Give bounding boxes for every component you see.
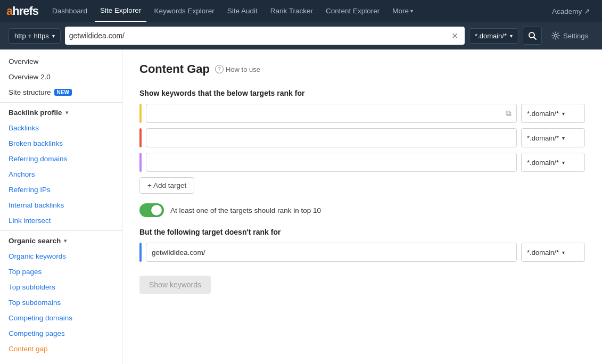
doesnt-rank-input[interactable] [146, 243, 517, 262]
show-keywords-button[interactable]: Show keywords [139, 276, 211, 294]
sidebar-item-anchors[interactable]: Anchors [0, 167, 122, 182]
nav-site-explorer[interactable]: Site Explorer [95, 0, 146, 22]
target-input-1-wrap: ⧉ [146, 104, 517, 123]
color-bar-3 [139, 153, 142, 172]
academy-button[interactable]: Academy ↗ [547, 0, 596, 22]
page-title-row: Content Gap ? How to use [139, 62, 585, 76]
nav-site-audit[interactable]: Site Audit [222, 0, 263, 22]
target-input-2[interactable] [146, 128, 517, 147]
target-mode-3[interactable]: *.domain/* ▾ [521, 153, 585, 172]
logo-a: a [6, 4, 12, 18]
backlink-profile-arrow-icon: ▾ [65, 110, 68, 115]
target-input-3-wrap [146, 153, 517, 172]
url-bar: http + https ▾ ✕ *.domain/* ▾ Settings [0, 22, 602, 49]
doesnt-rank-row: *.domain/* ▾ [139, 243, 585, 262]
target-input-1[interactable] [146, 104, 517, 123]
sidebar-divider-2 [0, 230, 122, 231]
color-bar-doesnt-rank [139, 243, 142, 262]
target-row-2: *.domain/* ▾ [139, 128, 585, 147]
show-keywords-label: Show keywords that the below targets ran… [139, 89, 585, 97]
logo[interactable]: ahrefs [6, 4, 38, 18]
sidebar-item-backlink-profile[interactable]: Backlink profile ▾ [0, 105, 122, 120]
toggle-knob [151, 205, 162, 216]
add-target-button[interactable]: + Add target [139, 177, 194, 194]
toggle-label: At least one of the targets should rank … [170, 206, 321, 214]
target-mode-3-chevron-icon: ▾ [562, 160, 565, 166]
sidebar-item-backlinks[interactable]: Backlinks [0, 120, 122, 136]
clear-url-button[interactable]: ✕ [449, 30, 460, 42]
target-row-1: ⧉ *.domain/* ▾ [139, 104, 585, 123]
toggle-row: At least one of the targets should rank … [139, 203, 585, 217]
logo-rest: hrefs [12, 4, 38, 18]
mode-selector[interactable]: *.domain/* ▾ [469, 28, 518, 44]
mode-chevron-icon: ▾ [510, 33, 513, 39]
sidebar-item-content-gap[interactable]: Content gap [0, 341, 122, 357]
help-icon: ? [215, 65, 224, 73]
sidebar-item-referring-domains[interactable]: Referring domains [0, 151, 122, 167]
sidebar-item-top-subdomains[interactable]: Top subdomains [0, 295, 122, 310]
doesnt-rank-input-wrap [146, 243, 517, 262]
target-mode-1[interactable]: *.domain/* ▾ [521, 104, 585, 123]
sidebar-item-overview[interactable]: Overview [0, 54, 122, 69]
nav-keywords-explorer[interactable]: Keywords Explorer [149, 0, 219, 22]
target-mode-2-chevron-icon: ▾ [562, 135, 565, 141]
doesnt-rank-mode-chevron-icon: ▾ [562, 250, 565, 255]
target-input-2-wrap [146, 128, 517, 147]
color-bar-2 [139, 128, 142, 147]
url-input[interactable] [69, 31, 449, 40]
target-mode-2[interactable]: *.domain/* ▾ [521, 128, 585, 147]
search-button[interactable] [523, 27, 542, 45]
top-nav: ahrefs Dashboard Site Explorer Keywords … [0, 0, 602, 22]
gear-icon [551, 31, 560, 40]
sidebar-item-site-structure[interactable]: Site structure New [0, 85, 122, 100]
sidebar-item-link-intersect[interactable]: Link intersect [0, 213, 122, 228]
svg-point-2 [555, 35, 557, 37]
nav-rank-tracker[interactable]: Rank Tracker [265, 0, 318, 22]
sidebar-item-top-pages[interactable]: Top pages [0, 264, 122, 279]
settings-button[interactable]: Settings [546, 28, 593, 43]
sidebar-item-competing-domains[interactable]: Competing domains [0, 310, 122, 326]
sidebar-item-organic-search[interactable]: Organic search ▾ [0, 233, 122, 249]
sidebar-item-internal-backlinks[interactable]: Internal backlinks [0, 197, 122, 213]
nav-more[interactable]: More ▾ [387, 0, 418, 22]
sidebar-divider-1 [0, 102, 122, 103]
nav-right: Academy ↗ [547, 0, 596, 22]
toggle-slider [139, 203, 164, 217]
content-area: Content Gap ? How to use Show keywords t… [122, 49, 602, 364]
nav-dashboard[interactable]: Dashboard [47, 0, 93, 22]
url-input-wrap: ✕ [65, 27, 465, 45]
main-layout: Overview Overview 2.0 Site structure New… [0, 49, 602, 364]
target-input-3[interactable] [146, 153, 517, 172]
sidebar-item-top-subfolders[interactable]: Top subfolders [0, 279, 122, 295]
doesnt-rank-label: But the following target doesn't rank fo… [139, 228, 585, 236]
rank-toggle[interactable] [139, 203, 164, 217]
new-badge: New [54, 89, 72, 96]
doesnt-rank-mode[interactable]: *.domain/* ▾ [521, 243, 585, 262]
search-icon [528, 31, 537, 40]
target-row-3: *.domain/* ▾ [139, 153, 585, 172]
how-to-use-link[interactable]: ? How to use [215, 65, 260, 73]
sidebar: Overview Overview 2.0 Site structure New… [0, 49, 122, 364]
target-mode-1-chevron-icon: ▾ [562, 111, 565, 117]
sidebar-item-competing-pages[interactable]: Competing pages [0, 326, 122, 341]
organic-search-arrow-icon: ▾ [64, 238, 67, 244]
sidebar-item-overview2[interactable]: Overview 2.0 [0, 69, 122, 85]
paste-icon-1[interactable]: ⧉ [506, 109, 512, 118]
protocol-selector[interactable]: http + https ▾ [9, 28, 61, 44]
svg-line-1 [534, 37, 536, 39]
protocol-chevron-icon: ▾ [52, 33, 55, 39]
color-bar-1 [139, 104, 142, 123]
more-chevron-icon: ▾ [410, 8, 413, 14]
sidebar-item-referring-ips[interactable]: Referring IPs [0, 182, 122, 197]
sidebar-item-broken-backlinks[interactable]: Broken backlinks [0, 136, 122, 151]
sidebar-item-organic-keywords[interactable]: Organic keywords [0, 249, 122, 264]
page-title: Content Gap [139, 62, 210, 76]
nav-content-explorer[interactable]: Content Explorer [320, 0, 385, 22]
